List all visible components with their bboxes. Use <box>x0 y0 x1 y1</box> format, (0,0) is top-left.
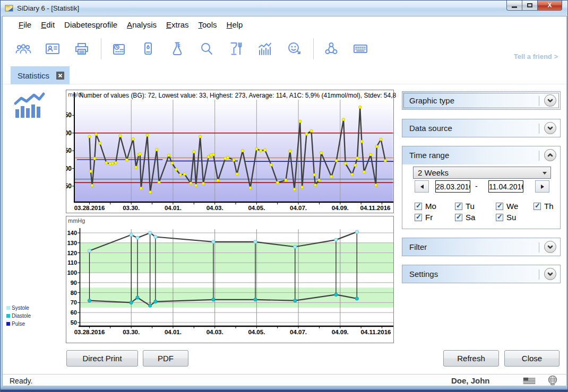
checkbox-icon <box>496 203 503 210</box>
bp-unit-label: mmHg <box>68 217 85 224</box>
next-range-button[interactable] <box>535 180 549 193</box>
window-controls: X <box>506 1 562 11</box>
section-time-range: Time range 2 Weeks - Mo Tu We Th Fr S <box>402 146 561 229</box>
arrow-left-icon <box>420 185 424 189</box>
tab-label: Statistics <box>18 71 49 80</box>
section-data-source[interactable]: Data source <box>402 119 561 137</box>
close-button[interactable]: Close <box>504 350 560 367</box>
close-window-button[interactable]: X <box>537 1 562 11</box>
svg-text:04.01.: 04.01. <box>165 329 182 335</box>
contact-card-icon[interactable] <box>42 39 63 59</box>
bg-plot: 5010015020025003.28.201603.30.04.01.04.0… <box>66 90 393 213</box>
date-to-field[interactable] <box>488 180 523 193</box>
chevron-up-icon[interactable] <box>544 149 556 161</box>
keyboard-icon[interactable] <box>350 39 371 59</box>
app-window: SiDiary 6 - [Statistik] X File Edit Diab… <box>0 0 568 392</box>
users-icon[interactable] <box>13 39 33 59</box>
chevron-down-icon[interactable] <box>544 268 556 280</box>
section-settings[interactable]: Settings <box>402 265 561 283</box>
chevron-down-icon[interactable] <box>544 241 556 253</box>
share-icon[interactable] <box>321 39 341 59</box>
weekday-checkbox-th[interactable]: Th <box>533 202 554 211</box>
chevron-down-icon[interactable] <box>544 122 556 134</box>
weekday-checkbox-we[interactable]: We <box>496 202 518 211</box>
checkbox-icon <box>455 203 462 210</box>
app-body: File Edit Diabetesprofile Analysis Extra… <box>2 16 567 386</box>
menu-tools[interactable]: Tools <box>194 18 222 31</box>
statistics-icon[interactable] <box>255 39 275 59</box>
svg-text:04.09.: 04.09. <box>332 329 349 335</box>
maximize-icon <box>527 3 532 7</box>
printer-icon[interactable] <box>72 39 92 59</box>
chevron-down-icon[interactable] <box>544 94 556 107</box>
statistics-page-icon <box>13 90 46 121</box>
svg-text:04.11.2016: 04.11.2016 <box>361 329 391 335</box>
tab-statistics[interactable]: Statistics <box>11 66 70 84</box>
legend-item-pulse: Pulse <box>6 320 31 328</box>
svg-text:04.07.: 04.07. <box>290 329 307 335</box>
pulse-swatch <box>6 322 10 326</box>
svg-text:03.30.: 03.30. <box>123 205 140 211</box>
content-area: mg/dl Number of values (BG): 72, Lowest … <box>3 84 566 374</box>
checkbox-icon <box>415 203 422 210</box>
smiley-export-icon[interactable] <box>284 39 304 59</box>
svg-text:250: 250 <box>66 111 72 119</box>
direct-print-button[interactable]: Direct Print <box>66 350 138 367</box>
previous-range-button[interactable] <box>415 180 429 193</box>
blood-pressure-chart: mmHg 506070809010011012013014003.28.2016… <box>66 216 394 343</box>
tab-close-button[interactable] <box>56 72 64 80</box>
time-range-header[interactable]: Time range <box>402 146 560 164</box>
menu-extras[interactable]: Extras <box>161 18 194 31</box>
svg-text:120: 120 <box>67 250 77 256</box>
svg-text:70: 70 <box>71 299 77 306</box>
weekday-checkbox-su[interactable]: Su <box>496 213 516 222</box>
diastole-swatch <box>6 314 10 318</box>
glass-fork-icon[interactable] <box>226 39 246 59</box>
svg-text:60: 60 <box>71 309 77 316</box>
svg-text:04.07.: 04.07. <box>290 205 307 211</box>
minimize-icon <box>512 6 517 8</box>
bp-plot: 506070809010011012013014003.28.201603.30… <box>66 216 393 343</box>
svg-text:90: 90 <box>71 280 77 286</box>
menu-help[interactable]: Help <box>222 18 248 31</box>
minimize-button[interactable] <box>506 1 522 11</box>
flask-icon[interactable] <box>167 39 187 59</box>
systole-swatch <box>6 306 10 310</box>
svg-text:04.05.: 04.05. <box>248 205 265 211</box>
weekday-checkbox-sa[interactable]: Sa <box>455 213 475 222</box>
close-icon <box>58 73 63 78</box>
menu-diabetesprofile[interactable]: Diabetesprofile <box>59 18 122 31</box>
tab-bar: Statistics <box>3 65 566 84</box>
svg-text:04.09.: 04.09. <box>332 205 349 211</box>
calendar-clock-icon[interactable] <box>109 39 129 59</box>
blood-glucose-chart: mg/dl Number of values (BG): 72, Lowest … <box>66 90 394 213</box>
toolbar-separator <box>101 38 101 59</box>
meter-device-icon[interactable] <box>138 39 158 59</box>
arrow-right-icon <box>541 185 544 189</box>
pdf-button[interactable]: PDF <box>143 350 188 367</box>
svg-text:03.28.2016: 03.28.2016 <box>74 329 105 335</box>
checkbox-icon <box>533 203 541 210</box>
weekday-checkbox-tu[interactable]: Tu <box>455 202 475 211</box>
menu-edit[interactable]: Edit <box>36 18 59 31</box>
menu-file[interactable]: File <box>14 18 36 31</box>
legend-item-systole: Systole <box>6 304 31 312</box>
maximize-button[interactable] <box>522 1 537 11</box>
section-filter[interactable]: Filter <box>402 238 561 256</box>
svg-text:04.03.: 04.03. <box>206 329 223 335</box>
date-from-field[interactable] <box>435 180 470 193</box>
weekday-checkbox-mo[interactable]: Mo <box>415 202 436 211</box>
tell-a-friend-link[interactable]: Tell a friend > <box>514 53 558 60</box>
toolbar-separator <box>313 38 314 59</box>
window-title: SiDiary 6 - [Statistik] <box>17 4 79 12</box>
weekday-checkbox-fr[interactable]: Fr <box>415 213 433 222</box>
menu-analysis[interactable]: Analysis <box>122 18 161 31</box>
current-user: Doe, John <box>451 376 490 385</box>
section-graphic-type[interactable]: Graphic type <box>402 91 561 110</box>
app-logo-icon <box>5 4 14 13</box>
search-icon[interactable] <box>196 39 217 59</box>
window-bottom-frame <box>1 386 567 392</box>
time-range-preset-select[interactable]: 2 Weeks <box>413 167 551 179</box>
refresh-button[interactable]: Refresh <box>443 350 499 367</box>
svg-text:100: 100 <box>67 269 77 276</box>
